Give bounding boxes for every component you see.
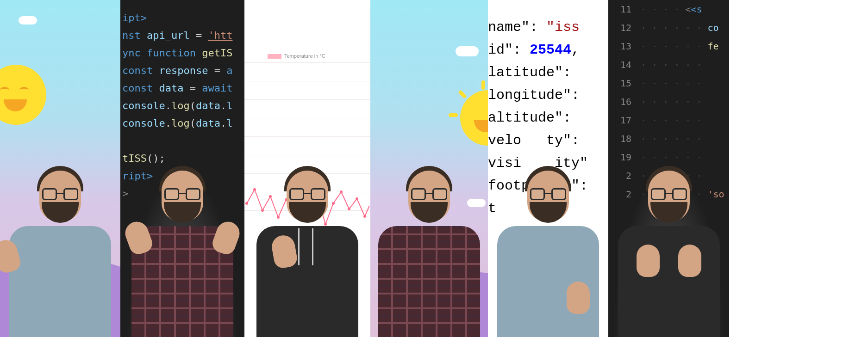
- panel-sky-2: [370, 0, 488, 337]
- cloud-icon: [456, 46, 479, 56]
- presenter: [247, 152, 368, 337]
- presenter: [122, 152, 243, 337]
- json-line: altitude":: [488, 107, 608, 129]
- code-line: console.log(data.l: [120, 115, 244, 132]
- panel-sky-1: [0, 0, 120, 337]
- sun-icon: [460, 90, 488, 150]
- presenter: [609, 152, 729, 337]
- panel-editor-dark: 11121314151617181922 · · · · <<s · · · ·…: [608, 0, 729, 337]
- code-line: ync function getIS: [120, 44, 244, 62]
- thumbnail-strip: ipt> nst api_url = 'htt ync function get…: [0, 0, 868, 337]
- code-line: const response = a: [120, 62, 244, 80]
- presenter: [0, 152, 120, 337]
- panel-json: name": "iss id": 25544, latitude": longi…: [488, 0, 608, 337]
- code-line: console.log(data.l: [120, 97, 244, 115]
- code-line: nst api_url = 'htt: [120, 27, 244, 44]
- code-line: const data = await: [120, 80, 244, 97]
- sun-icon: [0, 65, 51, 129]
- json-line: latitude":: [488, 61, 608, 84]
- panel-code-dark: ipt> nst api_url = 'htt ync function get…: [120, 0, 244, 337]
- code-line: ipt>: [120, 9, 244, 27]
- json-line: longitude":: [488, 84, 608, 107]
- panel-chart: Temperature in °C: [244, 0, 370, 337]
- chart-legend: Temperature in °C: [268, 53, 325, 59]
- cloud-icon: [19, 16, 37, 25]
- json-line: name": "iss: [488, 16, 608, 39]
- presenter: [370, 152, 488, 337]
- json-line: id": 25544,: [488, 39, 608, 61]
- json-line: veloxxxty":: [488, 129, 608, 152]
- presenter: [488, 152, 608, 337]
